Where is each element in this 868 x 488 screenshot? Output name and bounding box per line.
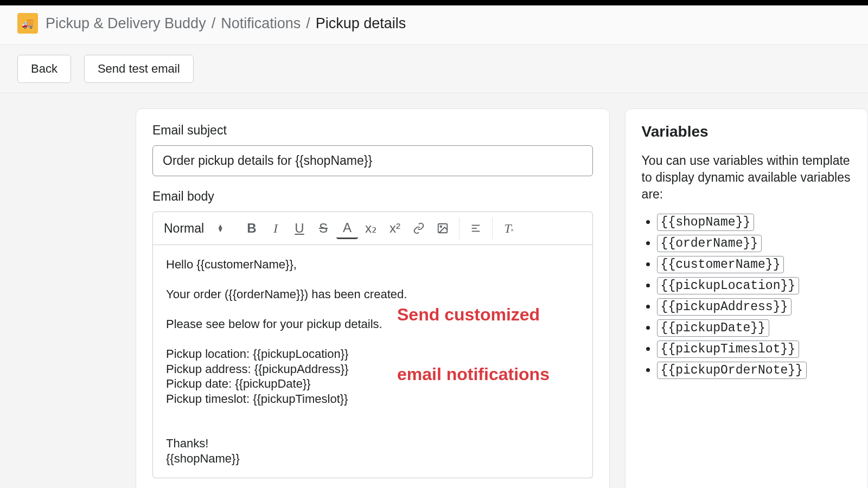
breadcrumb-separator: / (212, 15, 216, 32)
bold-button[interactable]: B (241, 217, 263, 239)
window-topbar (0, 0, 868, 5)
variables-title: Variables (642, 123, 851, 140)
superscript-button[interactable]: x² (384, 217, 406, 239)
variable-item: {{orderName}} (657, 236, 851, 251)
align-button[interactable] (465, 217, 487, 239)
email-subject-input[interactable] (152, 145, 593, 176)
format-dropdown-label: Normal (164, 221, 204, 236)
chevron-updown-icon: ▲▼ (217, 224, 224, 232)
annotation-overlay: Send customized email notifications (397, 265, 550, 424)
send-test-email-button[interactable]: Send test email (84, 55, 194, 83)
align-icon (470, 222, 482, 234)
svg-point-1 (440, 226, 442, 227)
image-button[interactable] (432, 217, 454, 239)
link-button[interactable] (408, 217, 430, 239)
email-body-textarea[interactable]: Hello {{customerName}}, Your order ({{or… (152, 245, 593, 478)
variable-item: {{pickupDate}} (657, 320, 851, 335)
variables-description: You can use variables within template to… (642, 152, 851, 203)
email-body-label: Email body (152, 189, 593, 204)
action-bar: Back Send test email (0, 44, 868, 93)
variable-item: {{shopName}} (657, 215, 851, 229)
format-dropdown[interactable]: Normal ▲▼ (161, 219, 229, 238)
variable-item: {{pickupLocation}} (657, 278, 851, 293)
email-subject-label: Email subject (152, 123, 593, 138)
text-color-button[interactable]: A (336, 217, 358, 239)
variable-item: {{pickupAddress}} (657, 299, 851, 314)
breadcrumb-current: Pickup details (316, 15, 406, 32)
italic-button[interactable]: I (265, 217, 286, 239)
breadcrumb-separator: / (306, 15, 310, 32)
link-icon (413, 222, 425, 234)
rich-text-toolbar: Normal ▲▼ B I U S A x₂ x² Tₓ (152, 211, 593, 245)
breadcrumb: 🚚 Pickup & Delivery Buddy / Notification… (0, 5, 868, 44)
back-button[interactable]: Back (17, 55, 71, 83)
breadcrumb-root[interactable]: Pickup & Delivery Buddy (46, 15, 206, 32)
clear-format-button[interactable]: Tₓ (498, 217, 520, 239)
variables-panel: Variables You can use variables within t… (625, 108, 868, 488)
variable-item: {{customerName}} (657, 257, 851, 272)
subscript-button[interactable]: x₂ (360, 217, 382, 239)
email-editor-card: Email subject Email body Normal ▲▼ B I U… (136, 108, 610, 488)
variable-item: {{pickupTimeslot}} (657, 342, 851, 356)
app-icon: 🚚 (17, 13, 38, 34)
variable-item: {{pickupOrderNote}} (657, 363, 851, 377)
image-icon (437, 222, 449, 234)
variables-list: {{shopName}} {{orderName}} {{customerNam… (642, 215, 851, 377)
breadcrumb-notifications[interactable]: Notifications (221, 15, 301, 32)
underline-button[interactable]: U (289, 217, 310, 239)
strike-button[interactable]: S (312, 217, 334, 239)
